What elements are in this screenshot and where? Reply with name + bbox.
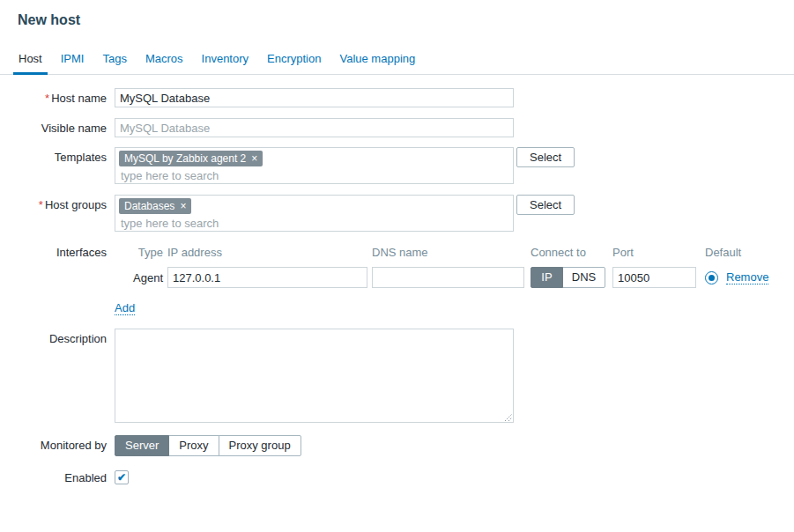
tab-encryption[interactable]: Encryption (262, 46, 326, 75)
description-textarea[interactable] (115, 329, 514, 423)
host-groups-select-button[interactable]: Select (516, 195, 575, 215)
tab-value-mapping[interactable]: Value mapping (334, 46, 420, 75)
templates-row: Templates MySQL by Zabbix agent 2 × type… (18, 147, 794, 184)
interfaces-header-row: Type IP address DNS name Connect to Port… (115, 246, 768, 259)
page-title: New host (0, 0, 794, 28)
monitored-by-label: Monitored by (18, 435, 107, 452)
chip-close-icon[interactable]: × (180, 200, 186, 212)
required-marker: * (39, 198, 43, 211)
radio-dot (709, 275, 715, 281)
add-interface-link[interactable]: Add (115, 301, 135, 315)
header-dns-name: DNS name (372, 246, 524, 259)
tab-macros[interactable]: Macros (140, 46, 189, 75)
monitored-by-proxy-option[interactable]: Proxy (168, 435, 219, 456)
template-chip-label: MySQL by Zabbix agent 2 (124, 152, 246, 165)
templates-select-button[interactable]: Select (516, 147, 575, 167)
tab-host[interactable]: Host (13, 46, 48, 75)
checkbox-check-icon: ✔ (117, 471, 126, 484)
template-chip: MySQL by Zabbix agent 2 × (119, 151, 263, 166)
port-input[interactable] (612, 267, 696, 288)
header-connect-to: Connect to (531, 246, 605, 259)
chip-close-icon[interactable]: × (251, 152, 257, 165)
description-row: Description (18, 329, 794, 423)
host-groups-search-placeholder: type here to search (119, 214, 509, 230)
enabled-checkbox[interactable]: ✔ (115, 470, 129, 484)
monitored-by-toggle: Server Proxy Proxy group (115, 435, 301, 456)
tab-tags[interactable]: Tags (97, 46, 131, 75)
resize-handle-icon[interactable] (504, 413, 512, 421)
ip-address-input[interactable] (167, 267, 367, 288)
interface-type-label: Agent (115, 271, 163, 284)
connect-to-dns-option[interactable]: DNS (562, 267, 605, 288)
host-name-label: *Host name (18, 88, 107, 105)
host-groups-row: *Host groups Databases × type here to se… (18, 195, 794, 232)
host-name-row: *Host name (18, 88, 794, 107)
host-group-chip: Databases × (119, 198, 191, 214)
tab-bar: Host IPMI Tags Macros Inventory Encrypti… (0, 46, 794, 75)
interfaces-label: Interfaces (18, 242, 107, 259)
enabled-label: Enabled (18, 469, 107, 484)
templates-multiselect[interactable]: MySQL by Zabbix agent 2 × type here to s… (115, 147, 514, 184)
templates-search-placeholder: type here to search (119, 166, 509, 182)
templates-label: Templates (18, 147, 107, 164)
interface-row-agent: Agent IP DNS (115, 267, 768, 288)
host-group-chip-label: Databases (124, 200, 174, 212)
host-form: *Host name Visible name Templates MySQL … (0, 75, 794, 484)
description-label: Description (18, 329, 107, 345)
interfaces-row: Interfaces Type IP address DNS name Conn… (18, 242, 794, 329)
visible-name-input[interactable] (115, 118, 514, 137)
connect-to-ip-option[interactable]: IP (531, 267, 563, 288)
host-name-input[interactable] (115, 88, 514, 107)
tab-inventory[interactable]: Inventory (197, 46, 254, 75)
monitored-by-proxy-group-option[interactable]: Proxy group (219, 435, 301, 456)
remove-interface-link[interactable]: Remove (726, 270, 768, 284)
header-default: Default (705, 246, 741, 259)
enabled-row: Enabled ✔ (18, 469, 794, 484)
connect-to-toggle: IP DNS (531, 267, 605, 288)
host-groups-label: *Host groups (18, 195, 107, 211)
visible-name-label: Visible name (18, 118, 107, 135)
new-host-page: New host Host IPMI Tags Macros Inventory… (0, 0, 794, 532)
monitored-by-server-option[interactable]: Server (115, 435, 169, 456)
tab-ipmi[interactable]: IPMI (56, 46, 90, 75)
interfaces-table: Type IP address DNS name Connect to Port… (115, 242, 768, 329)
default-radio[interactable] (705, 271, 718, 284)
header-ip-address: IP address (167, 246, 367, 259)
dns-name-input[interactable] (372, 267, 524, 288)
header-port: Port (612, 246, 696, 259)
required-marker: * (45, 92, 49, 105)
header-type: Type (115, 246, 163, 259)
visible-name-row: Visible name (18, 118, 794, 137)
host-groups-multiselect[interactable]: Databases × type here to search (115, 195, 514, 232)
monitored-by-row: Monitored by Server Proxy Proxy group (18, 435, 794, 456)
